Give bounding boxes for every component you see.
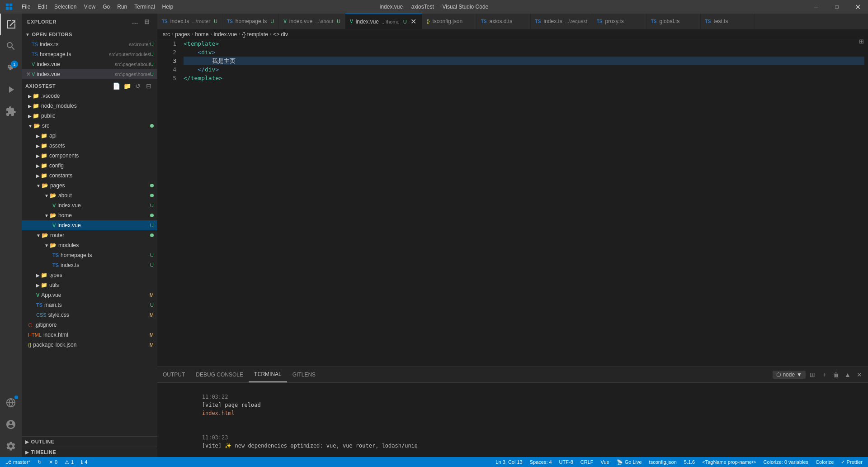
kill-terminal-icon[interactable]: 🗑 [831,370,841,380]
menu-selection[interactable]: Selection [51,0,80,14]
status-colorize-vars[interactable]: Colorize: 0 variables [761,457,810,467]
menu-file[interactable]: File [18,0,34,14]
node-label[interactable]: ⬡ node ▼ [773,371,806,379]
status-eol[interactable]: CRLF [579,457,595,467]
status-errors[interactable]: ✕ 0 [47,457,59,467]
tree-item-modules[interactable]: ▼ 📂 modules [22,240,157,250]
menu-help[interactable]: Help [159,0,177,14]
search-activity-icon[interactable] [0,35,22,57]
tree-item-config[interactable]: ▶ 📁 config [22,161,157,171]
menu-go[interactable]: Go [99,0,113,14]
split-editor-icon[interactable]: ⊞ [856,39,866,46]
tree-item-pages[interactable]: ▼ 📂 pages [22,181,157,191]
tree-item-indexts-router[interactable]: TS index.ts U [22,260,157,270]
tab-homepagests[interactable]: TS homepage.ts U [222,14,279,29]
tab-indexts-router[interactable]: TS index.ts ...\router U [157,14,222,29]
panel-content[interactable]: 11:03:22 [vite] page reload index.html 1… [157,383,868,457]
close-icon[interactable]: ✕ [26,71,31,77]
status-encoding[interactable]: UTF-8 [557,457,575,467]
breadcrumb-src[interactable]: src [163,31,170,38]
breadcrumb-home[interactable]: home [195,31,208,38]
tree-item-public[interactable]: ▶ 📁 public [22,111,157,121]
status-branch[interactable]: ⎇ master* [4,457,32,467]
menu-view[interactable]: View [80,0,99,14]
tree-item-indexhtml[interactable]: HTML index.html M [22,330,157,340]
tab-axiosdts[interactable]: TS axios.d.ts [476,14,531,29]
breadcrumb-indexvue[interactable]: index.vue [214,31,237,38]
open-editors-header[interactable]: ▼ Open Editors [22,29,157,39]
source-control-activity-icon[interactable]: 1 [0,57,22,79]
tab-tsconfig[interactable]: {} tsconfig.json [422,14,476,29]
tree-item-types[interactable]: ▶ 📁 types [22,270,157,280]
outline-header[interactable]: ▶ OUTLINE [22,437,157,447]
open-editor-item-indexvue-about[interactable]: V index.vue src\pages\about U [22,59,157,69]
tree-item-api[interactable]: ▶ 📁 api [22,131,157,141]
status-prettier[interactable]: ✓ Prettier [839,457,864,467]
tree-item-home[interactable]: ▼ 📂 home [22,210,157,220]
refresh-project-icon[interactable]: ↺ [133,81,143,91]
status-sync[interactable]: ↻ [36,457,43,467]
tree-item-node-modules[interactable]: ▶ 📁 node_modules [22,101,157,111]
tree-item-indexvue-about[interactable]: V index.vue U [22,200,157,210]
breadcrumb-div[interactable]: <> div [273,31,288,38]
run-debug-activity-icon[interactable] [0,79,22,100]
tree-item-stylecss[interactable]: CSS style.css M [22,310,157,320]
tab-indexvue-about[interactable]: V index.vue ...\about U [279,14,345,29]
status-language[interactable]: Vue [599,457,611,467]
tree-item-constants[interactable]: ▶ 📁 constants [22,171,157,181]
tree-item-vscode[interactable]: ▶ 📁 .vscode [22,91,157,101]
status-colorize[interactable]: Colorize [814,457,835,467]
new-folder-project-icon[interactable]: 📁 [122,81,132,91]
tab-proxyts[interactable]: TS proxy.ts [592,14,646,29]
split-terminal-icon[interactable]: ⊞ [807,370,817,380]
status-spaces[interactable]: Spaces: 4 [528,457,554,467]
status-ts-version[interactable]: 5.1.6 [682,457,697,467]
status-cursor[interactable]: Ln 3, Col 13 [494,457,524,467]
add-terminal-icon[interactable]: + [819,370,829,380]
maximize-panel-icon[interactable]: ▲ [843,370,853,380]
status-info[interactable]: ℹ 4 [79,457,89,467]
remote-activity-icon[interactable] [0,392,22,414]
explorer-activity-icon[interactable] [0,14,22,35]
tree-item-packagelock[interactable]: {} package-lock.json M [22,340,157,350]
tree-item-about[interactable]: ▼ 📂 about [22,191,157,200]
open-editor-item-indexvue-home[interactable]: ✕ V index.vue src\pages\home U [22,69,157,79]
breadcrumb-template[interactable]: {} template [242,31,268,38]
tab-indexts-request[interactable]: TS index.ts ...\request [531,14,592,29]
open-editor-item-indexts-router[interactable]: TS index.ts src\router U [22,39,157,49]
menu-run[interactable]: Run [113,0,131,14]
status-tagname[interactable]: <TagName prop-name/> [700,457,758,467]
tab-indexvue-home[interactable]: V index.vue ...\home U ✕ [345,14,422,29]
tree-item-gitignore[interactable]: ⬡ .gitignore [22,320,157,330]
panel-tab-terminal[interactable]: TERMINAL [249,367,287,382]
tab-testts[interactable]: TS test.ts [701,14,755,29]
collapse-project-icon[interactable]: ⊟ [144,81,154,91]
status-tsconfig[interactable]: tsconfig.json [647,457,679,467]
close-button[interactable]: ✕ [847,0,868,14]
settings-activity-icon[interactable] [0,435,22,457]
extensions-activity-icon[interactable] [0,100,22,122]
panel-tab-gitlens[interactable]: GITLENS [287,367,321,382]
tree-item-router[interactable]: ▼ 📂 router [22,230,157,240]
code-area[interactable]: <template> <div> 我是主页 </div> </template> [180,39,868,367]
menu-terminal[interactable]: Terminal [131,0,158,14]
account-activity-icon[interactable] [0,414,22,435]
timeline-header[interactable]: ▶ TIMELINE [22,447,157,457]
panel-tab-debug[interactable]: DEBUG CONSOLE [190,367,249,382]
tab-globalts[interactable]: TS global.ts [646,14,701,29]
minimize-button[interactable]: – [806,0,826,14]
tree-item-utils[interactable]: ▶ 📁 utils [22,280,157,290]
new-file-icon[interactable]: ... [130,17,140,27]
breadcrumb-pages[interactable]: pages [175,31,190,38]
new-file-project-icon[interactable]: 📄 [111,81,121,91]
close-panel-icon[interactable]: ✕ [854,370,864,380]
tree-item-src[interactable]: ▼ 📂 src [22,121,157,131]
tree-item-appvue[interactable]: V App.vue M [22,290,157,300]
tree-item-assets[interactable]: ▶ 📁 assets [22,141,157,151]
tree-item-maints[interactable]: TS main.ts U [22,300,157,310]
tree-item-components[interactable]: ▶ 📁 components [22,151,157,161]
tree-item-indexvue-home[interactable]: V index.vue U [22,220,157,230]
status-golive[interactable]: 📡 Go Live [615,457,644,467]
maximize-button[interactable]: □ [826,0,847,14]
panel-tab-output[interactable]: OUTPUT [157,367,190,382]
